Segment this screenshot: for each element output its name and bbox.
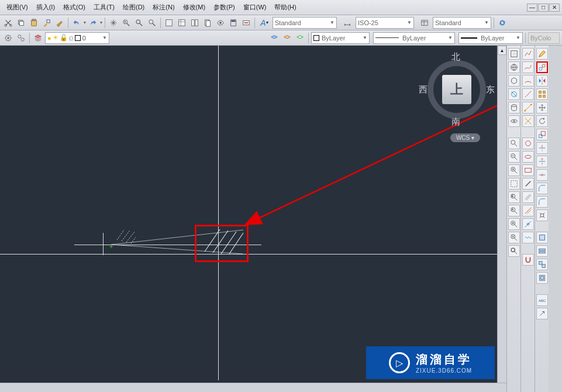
trim-icon[interactable] [536, 142, 548, 154]
viewcube-west[interactable]: 西 [419, 84, 427, 95]
spline-icon[interactable] [522, 61, 534, 73]
settings2-icon[interactable] [15, 32, 27, 44]
viewcube-top-face[interactable]: 上 [442, 75, 471, 104]
restore-button[interactable]: □ [538, 4, 549, 12]
zoom9-icon[interactable] [508, 245, 520, 257]
ellipse2-icon[interactable] [522, 151, 534, 163]
menu-insert[interactable]: 插入(I) [32, 1, 59, 13]
layer-prev-icon[interactable] [268, 32, 280, 44]
diag3-icon[interactable] [522, 205, 534, 216]
chamfer-icon[interactable] [536, 183, 548, 194]
scale-icon[interactable] [536, 129, 548, 140]
tool-pal-icon[interactable] [189, 17, 201, 29]
zoom-win-icon[interactable] [133, 17, 145, 29]
isoview-icon[interactable] [508, 75, 520, 87]
p3-icon[interactable] [536, 259, 548, 270]
mirror-icon[interactable] [536, 75, 548, 87]
menu-window[interactable]: 窗口(W) [239, 1, 271, 13]
menu-draw[interactable]: 绘图(D) [119, 1, 149, 13]
viewcube-east[interactable]: 东 [486, 84, 495, 95]
magnet-icon[interactable] [522, 254, 534, 266]
diag4-icon[interactable] [522, 218, 534, 230]
layer-save-icon[interactable] [294, 32, 306, 44]
array-icon[interactable] [536, 88, 548, 100]
menu-format[interactable]: 格式(O) [59, 1, 89, 13]
menu-modify[interactable]: 修改(M) [179, 1, 210, 13]
torus-icon[interactable] [508, 115, 520, 127]
plotstyle-dropdown[interactable]: ByColo [528, 32, 560, 44]
zoom1-icon[interactable] [508, 137, 520, 149]
zoom2-icon[interactable] [508, 151, 520, 163]
menu-param[interactable]: 参数(P) [209, 1, 239, 13]
refresh-icon[interactable] [497, 17, 508, 29]
minimize-button[interactable]: — [527, 4, 537, 12]
wcs-badge[interactable]: WCS ▾ [450, 133, 480, 142]
p2-icon[interactable] [536, 245, 548, 257]
view-top-icon[interactable] [508, 48, 520, 60]
zoom6-icon[interactable]: A [508, 205, 520, 216]
props-icon[interactable] [163, 17, 175, 29]
zoom3-icon[interactable] [508, 164, 520, 176]
matchprop-icon[interactable] [41, 17, 53, 29]
menu-view[interactable]: 视图(V) [2, 1, 32, 13]
abc-icon[interactable]: ABC [536, 294, 548, 306]
dsgn-ctr-icon[interactable] [176, 17, 188, 29]
hide-icon[interactable] [508, 88, 520, 100]
dim-style-dropdown[interactable]: ISO-25▼ [356, 17, 414, 29]
close-button[interactable]: ✕ [549, 4, 560, 12]
cut-icon[interactable] [2, 17, 14, 29]
diagonal-icon[interactable] [522, 102, 534, 114]
vertical-scrollbar[interactable]: ▲ ▼ [497, 46, 506, 392]
p1-icon[interactable] [536, 232, 548, 243]
zoom-rt-icon[interactable]: ± [120, 17, 132, 29]
viewcube-south[interactable]: 南 [451, 116, 460, 128]
arc-icon[interactable] [522, 75, 534, 87]
viewcube[interactable]: 上 北 南 东 西 [419, 51, 495, 128]
polyline-icon[interactable] [522, 48, 534, 60]
break-icon[interactable] [536, 169, 548, 181]
settings-icon[interactable] [2, 32, 14, 44]
zoom8-icon[interactable] [508, 232, 520, 243]
redo-icon[interactable] [87, 17, 99, 29]
sheet-set-icon[interactable] [202, 17, 213, 29]
undo-icon[interactable] [71, 17, 82, 29]
fillet-icon[interactable] [536, 196, 548, 208]
rect-icon[interactable] [522, 164, 534, 176]
rotate-icon[interactable] [536, 115, 548, 127]
copy-tool-icon[interactable] [536, 61, 548, 73]
globe-icon[interactable] [508, 61, 520, 73]
table-style-icon[interactable] [418, 17, 432, 29]
zoom5-icon[interactable]: E [508, 191, 520, 203]
zoom4-icon[interactable] [508, 178, 520, 190]
menu-dim[interactable]: 标注(N) [149, 1, 178, 13]
pencil-icon[interactable] [536, 48, 548, 60]
explode-icon[interactable] [536, 209, 548, 221]
copy-icon[interactable] [15, 17, 27, 29]
drawing-canvas[interactable]: + 上 北 南 东 西 WCS ▾ ▲ ▼ ▷ 溜溜自学 ZIXUE [0, 46, 506, 392]
brush-icon[interactable] [54, 17, 65, 29]
p4-icon[interactable] [536, 272, 548, 284]
table-style-dropdown[interactable]: Standard▼ [433, 17, 491, 29]
calc-icon[interactable] [227, 17, 239, 29]
pan-icon[interactable] [108, 17, 119, 29]
wave-icon[interactable] [522, 232, 534, 243]
text-style-dropdown[interactable]: Standard▼ [273, 17, 337, 29]
dim-style-icon[interactable] [340, 17, 354, 29]
menu-tools[interactable]: 工具(T) [89, 1, 119, 13]
move-icon[interactable] [536, 102, 548, 114]
dash-icon[interactable] [240, 17, 252, 29]
horizontal-scrollbar[interactable] [0, 383, 506, 392]
cylinder-icon[interactable] [508, 102, 520, 114]
menu-help[interactable]: 帮助(H) [270, 1, 300, 13]
viewcube-north[interactable]: 北 [451, 51, 460, 63]
intersect-icon[interactable] [522, 115, 534, 127]
extend-icon[interactable] [536, 156, 548, 167]
double-line-icon[interactable] [522, 191, 534, 203]
zoom-prev-icon[interactable] [146, 17, 158, 29]
layer-state-icon[interactable] [281, 32, 293, 44]
line-icon[interactable] [522, 88, 534, 100]
layer-mgr-icon[interactable] [32, 32, 44, 44]
layer-dropdown[interactable]: ● ☀ 🔓 ⎙ 0 ▼ [45, 32, 109, 44]
lineweight-dropdown[interactable]: ByLayer▼ [458, 32, 523, 44]
short-line-icon[interactable] [522, 178, 534, 190]
